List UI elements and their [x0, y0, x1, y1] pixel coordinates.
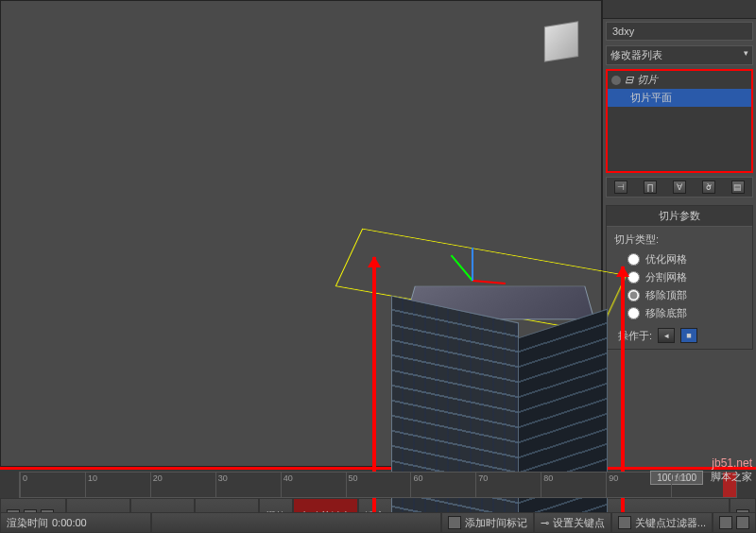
play-controls-2 — [713, 512, 756, 533]
configure-sets-icon[interactable]: ▤ — [731, 181, 745, 194]
make-unique-icon[interactable]: ∀ — [673, 181, 686, 194]
radio-input[interactable] — [627, 271, 640, 284]
set-key-label: 设置关键点 — [553, 516, 605, 530]
render-time: 渲染时间 0:00:00 — [0, 512, 151, 533]
tick: 30 — [215, 473, 281, 497]
key-filter-button[interactable]: 关键点过滤器... — [611, 512, 713, 533]
radio-label: 移除顶部 — [645, 288, 687, 302]
subobject-name: 切片平面 — [611, 91, 672, 105]
tick: 0 — [20, 473, 85, 497]
operate-mesh-button[interactable]: ■ — [680, 328, 697, 343]
key-icon: ⊸ — [541, 517, 549, 529]
modifier-list-label: 修改器列表 — [610, 48, 662, 62]
filter-icon — [618, 516, 631, 529]
visibility-toggle-icon[interactable] — [611, 76, 621, 85]
slice-type-label: 切片类型: — [614, 232, 745, 247]
radio-remove-top[interactable]: 移除顶部 — [614, 286, 745, 304]
radio-label: 优化网格 — [645, 252, 687, 266]
operate-poly-button[interactable]: ◂ — [658, 328, 675, 343]
tick: 50 — [346, 473, 411, 497]
add-time-tag-button[interactable]: 添加时间标记 — [441, 512, 534, 533]
object-name-field[interactable]: 3dxy — [606, 22, 753, 41]
time-slider-track[interactable]: 100 / 100 0 10 20 30 40 50 60 70 80 90 1… — [19, 472, 737, 498]
add-time-tag-label: 添加时间标记 — [465, 516, 527, 530]
radio-input[interactable] — [627, 253, 640, 266]
modifier-list-dropdown[interactable]: 修改器列表 — [606, 45, 753, 65]
radio-input[interactable] — [627, 307, 640, 319]
radio-input[interactable] — [627, 289, 640, 301]
watermark-name: 脚本之家 — [711, 470, 752, 484]
watermark: jb51.net 脚本之家 — [711, 456, 752, 484]
slice-params-rollout: 切片参数 切片类型: 优化网格 分割网格 移除顶部 移除底部 — [606, 205, 753, 350]
tag-icon — [448, 516, 461, 529]
modifier-stack[interactable]: ⊟ 切片 切片平面 — [606, 69, 753, 173]
tick: 70 — [475, 473, 541, 497]
tick: 60 — [410, 473, 475, 497]
stack-toolbar: ⊣ ∏ ∀ ờ ▤ — [606, 177, 753, 198]
tick: 20 — [150, 473, 215, 497]
radio-remove-bottom[interactable]: 移除底部 — [614, 304, 745, 322]
status-bar-2: 渲染时间 0:00:00 添加时间标记 ⊸ 设置关键点 关键点过滤器... — [0, 512, 756, 533]
key-filter-label: 关键点过滤器... — [635, 516, 706, 530]
rollout-title: 切片参数 — [659, 210, 700, 221]
watermark-url: jb51.net — [711, 456, 752, 470]
viewport[interactable] — [0, 0, 602, 467]
panel-tabs[interactable] — [603, 0, 756, 19]
remove-modifier-icon[interactable]: ờ — [702, 181, 715, 194]
radio-label: 分割网格 — [645, 270, 687, 284]
radio-label: 移除底部 — [645, 306, 687, 320]
tick: 40 — [281, 473, 346, 497]
viewcube-cube[interactable] — [544, 21, 578, 61]
play-icon[interactable] — [736, 516, 749, 529]
pin-stack-icon[interactable]: ⊣ — [614, 181, 627, 194]
prompt-area — [151, 512, 441, 533]
show-end-result-icon[interactable]: ∏ — [644, 181, 657, 194]
viewcube[interactable] — [535, 15, 587, 67]
timeline-ticks: 0 10 20 30 40 50 60 70 80 90 100 — [20, 473, 736, 497]
stack-subobject-row[interactable]: 切片平面 — [608, 89, 751, 107]
render-time-value: 0:00:00 — [52, 517, 87, 528]
radio-split-mesh[interactable]: 分割网格 — [614, 268, 745, 286]
command-panel: 3dxy 修改器列表 ⊟ 切片 切片平面 ⊣ ∏ ∀ ờ ▤ 切片参数 — [602, 0, 756, 467]
stack-modifier-row[interactable]: ⊟ 切片 — [608, 71, 751, 89]
modifier-name: 切片 — [637, 73, 658, 87]
tick: 10 — [85, 473, 150, 497]
tick: 90 — [606, 473, 671, 497]
expand-icon[interactable]: ⊟ — [625, 74, 633, 86]
prev-frame-icon[interactable] — [719, 516, 732, 529]
building-side-face — [518, 309, 608, 533]
tick: 80 — [541, 473, 606, 497]
set-key-button[interactable]: ⊸ 设置关键点 — [534, 512, 611, 533]
radio-optimize-mesh[interactable]: 优化网格 — [614, 250, 745, 268]
render-time-label: 渲染时间 — [7, 516, 48, 530]
rollout-header[interactable]: 切片参数 — [607, 206, 752, 227]
